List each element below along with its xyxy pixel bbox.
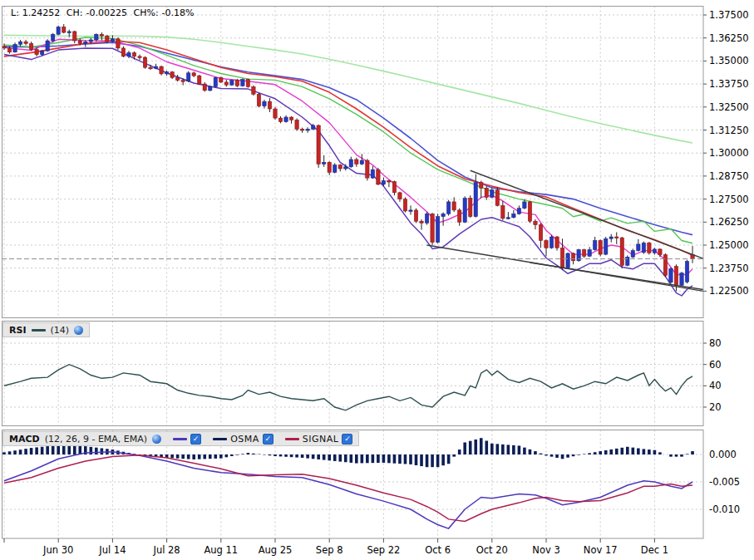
candle-down — [501, 205, 505, 219]
histogram-bar — [35, 447, 38, 454]
date-axis-label: Sep 8 — [316, 544, 343, 556]
histogram-bar — [512, 445, 515, 454]
candle-down — [181, 81, 185, 82]
date-axis-label: Aug 11 — [204, 544, 238, 556]
candle-up — [13, 44, 17, 52]
candle-down — [160, 66, 163, 74]
candle-down — [485, 188, 488, 197]
chart-canvas: 1.375001.362501.350001.337501.325001.312… — [0, 0, 754, 560]
signal-series-checkbox[interactable]: ✓ — [342, 434, 352, 445]
candle-down — [545, 240, 548, 248]
candle-down — [170, 72, 174, 78]
candle-down — [246, 80, 249, 87]
date-axis-label: Jun 30 — [42, 544, 73, 556]
candle-down — [2, 47, 6, 48]
histogram-bar — [594, 452, 597, 454]
histogram-bar — [609, 449, 613, 454]
macd-axis-label: -0.010 — [709, 504, 740, 515]
histogram-bar — [518, 445, 521, 454]
last-label: L: — [11, 7, 19, 18]
histogram-bar — [463, 442, 466, 454]
histogram-bar — [2, 452, 6, 454]
candle-down — [539, 225, 542, 241]
candle-down — [392, 182, 396, 193]
candle-up — [680, 273, 683, 286]
price-axis-label: 1.30000 — [709, 147, 749, 159]
rsi-title: RSI — [9, 325, 27, 336]
candle-down — [355, 160, 358, 165]
macd-settings-icon[interactable] — [152, 435, 161, 444]
candle-down — [219, 77, 223, 82]
price-axis-label: 1.28750 — [709, 170, 749, 182]
histogram-bar — [95, 448, 98, 454]
histogram-bar — [545, 454, 548, 455]
candle-down — [387, 180, 391, 182]
candle-down — [62, 27, 66, 32]
histogram-bar — [67, 445, 71, 454]
osma-legend-item: OSMA ✓ — [213, 434, 274, 445]
macd-title: MACD — [9, 434, 40, 445]
rsi-settings-icon[interactable] — [74, 326, 83, 335]
change-value: -0.00225 — [86, 7, 127, 18]
candle-down — [175, 77, 179, 80]
histogram-bar — [328, 454, 331, 460]
candle-up — [566, 253, 569, 268]
macd-series-checkbox[interactable]: ✓ — [190, 434, 201, 445]
rsi-axis-label: 40 — [709, 380, 722, 391]
histogram-bar — [566, 454, 569, 458]
macd-axis-label: 0.000 — [709, 449, 737, 460]
histogram-bar — [404, 454, 407, 464]
candle-down — [257, 94, 260, 106]
candle-up — [263, 101, 266, 106]
candle-up — [409, 210, 412, 212]
candle-up — [214, 77, 217, 86]
candle-up — [609, 237, 613, 238]
histogram-bar — [604, 450, 608, 454]
price-axis-label: 1.26250 — [709, 216, 749, 228]
histogram-bar — [675, 454, 678, 457]
candle-up — [637, 244, 640, 251]
candle-down — [528, 202, 531, 221]
osma-series-checkbox[interactable]: ✓ — [263, 434, 274, 445]
histogram-bar — [41, 447, 44, 454]
histogram-bar — [409, 454, 412, 464]
histogram-bar — [90, 447, 93, 454]
histogram-bar — [626, 447, 629, 454]
candle-up — [506, 218, 510, 219]
histogram-bar — [653, 450, 657, 454]
candle-down — [338, 165, 342, 169]
candle-up — [626, 257, 629, 265]
date-axis-label: Sep 22 — [367, 544, 400, 556]
date-axis-label: Jul 28 — [153, 544, 180, 556]
histogram-bar — [420, 454, 423, 466]
histogram-bar — [415, 454, 418, 465]
candle-up — [284, 117, 288, 122]
histogram-bar — [333, 454, 337, 461]
histogram-bar — [507, 445, 510, 454]
candle-down — [431, 214, 434, 242]
candle-down — [648, 243, 651, 253]
histogram-bar — [523, 448, 526, 454]
candle-down — [457, 210, 461, 222]
candle-down — [73, 32, 76, 41]
candle-down — [100, 34, 103, 36]
histogram-bar — [252, 454, 255, 454]
date-axis-label: Nov 3 — [532, 544, 559, 556]
histogram-bar — [241, 454, 244, 454]
macd-legend-item: ✓ — [173, 434, 201, 445]
histogram-bar — [284, 454, 288, 457]
price-axis-label: 1.23750 — [709, 263, 749, 274]
candle-up — [51, 34, 54, 41]
histogram-bar — [62, 445, 66, 454]
histogram-bar — [648, 449, 651, 454]
candle-up — [685, 262, 688, 282]
candle-down — [403, 199, 407, 211]
histogram-bar — [469, 441, 472, 454]
candle-down — [328, 162, 331, 172]
candle-down — [7, 48, 11, 52]
histogram-bar — [290, 454, 293, 457]
candle-down — [599, 240, 602, 254]
candle-down — [674, 266, 678, 285]
candle-up — [127, 52, 131, 56]
histogram-bar — [691, 451, 694, 454]
